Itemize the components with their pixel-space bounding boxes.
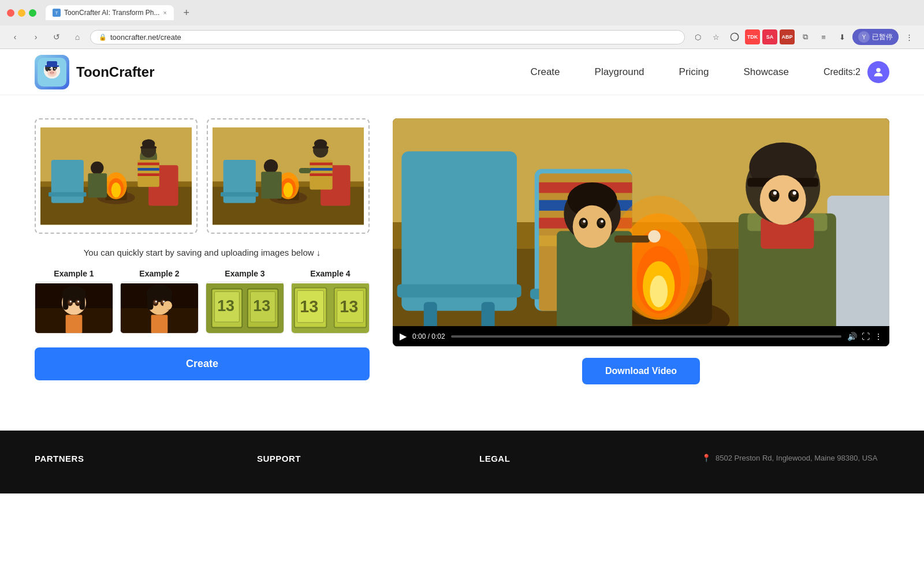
- tok-extension-icon[interactable]: TDK: [745, 29, 760, 44]
- color-lens-icon[interactable]: [726, 29, 743, 45]
- footer-address-section: 📍 8502 Preston Rd, Inglewood, Maine 9838…: [702, 454, 889, 462]
- svg-rect-55: [310, 173, 332, 176]
- example-item-3[interactable]: Example 3 13 13: [206, 269, 284, 334]
- svg-point-8: [53, 68, 56, 70]
- example-row: Example 1: [35, 269, 370, 334]
- svg-point-136: [793, 191, 796, 195]
- svg-rect-56: [299, 168, 311, 173]
- upload-box-end[interactable]: [207, 118, 370, 234]
- example-item-4[interactable]: Example 4 13 13: [291, 269, 370, 334]
- download-icon[interactable]: ⬇: [834, 29, 850, 45]
- tab-favicon: T: [53, 9, 61, 17]
- svg-rect-31: [140, 147, 157, 149]
- upload-image-start: [40, 124, 192, 228]
- refresh-button[interactable]: ↺: [49, 29, 65, 45]
- translate-icon[interactable]: ⬡: [690, 29, 706, 45]
- svg-point-135: [773, 191, 777, 195]
- svg-point-130: [760, 175, 806, 225]
- video-progress-bar[interactable]: [451, 335, 841, 338]
- svg-text:13: 13: [217, 297, 234, 315]
- browser-toolbar: ‹ › ↺ ⌂ 🔒 tooncrafter.net/create ⬡ ☆ TDK…: [0, 25, 924, 48]
- volume-icon[interactable]: 🔊: [847, 332, 857, 341]
- cast-icon[interactable]: ≡: [815, 29, 832, 45]
- footer-partners-heading: Partners: [35, 454, 222, 463]
- tab-close-button[interactable]: ×: [163, 9, 166, 16]
- nav-playground[interactable]: Playground: [595, 66, 644, 78]
- fullscreen-icon[interactable]: ⛶: [862, 332, 870, 341]
- svg-rect-106: [482, 302, 495, 326]
- address-bar[interactable]: 🔒 tooncrafter.net/create: [90, 30, 685, 44]
- location-icon: 📍: [702, 454, 711, 462]
- footer-legal: Legal: [479, 454, 667, 470]
- logo-area[interactable]: ToonCrafter: [35, 55, 155, 89]
- footer-support-heading: SUPPORT: [257, 454, 445, 463]
- nav-pricing[interactable]: Pricing: [679, 66, 709, 78]
- main-nav: Create Playground Pricing Showcase: [531, 66, 789, 78]
- svg-point-16: [876, 68, 880, 72]
- site-footer: Partners SUPPORT Legal 📍 8502 Preston Rd…: [0, 431, 924, 493]
- svg-rect-58: [261, 172, 282, 199]
- nav-showcase[interactable]: Showcase: [744, 66, 789, 78]
- video-container: ▶ 0:00 / 0:02 🔊 ⛶ ⋮: [393, 118, 889, 346]
- logo-image: [35, 55, 69, 89]
- svg-text:13: 13: [300, 297, 318, 316]
- user-avatar-chrome: Y: [858, 31, 870, 43]
- play-button[interactable]: ▶: [400, 331, 407, 342]
- bookmark-icon[interactable]: ☆: [708, 29, 724, 45]
- svg-point-10: [54, 68, 55, 69]
- user-status-label: 已暂停: [872, 32, 893, 42]
- svg-rect-35: [137, 173, 159, 176]
- forward-button[interactable]: ›: [28, 29, 44, 45]
- browser-chrome: T ToonCrafter AI: Transform Ph... × + ‹ …: [0, 0, 924, 49]
- svg-point-148: [648, 230, 661, 243]
- example-item-2[interactable]: Example 2: [120, 269, 199, 334]
- svg-point-48: [284, 182, 293, 197]
- example-label-4: Example 4: [291, 269, 370, 278]
- site-name: ToonCrafter: [76, 64, 155, 80]
- example-thumb-1[interactable]: [35, 282, 113, 334]
- video-controls: ▶ 0:00 / 0:02 🔊 ⛶ ⋮: [393, 326, 889, 346]
- close-dot[interactable]: [7, 9, 14, 17]
- user-avatar[interactable]: [867, 61, 889, 83]
- home-button[interactable]: ⌂: [69, 29, 85, 45]
- tab-title: ToonCrafter AI: Transform Ph...: [64, 9, 159, 17]
- svg-rect-51: [312, 147, 329, 149]
- address-text: 8502 Preston Rd, Inglewood, Maine 98380,…: [716, 454, 877, 462]
- maximize-dot[interactable]: [29, 9, 36, 17]
- more-options-icon[interactable]: ⋮: [874, 332, 882, 341]
- svg-point-69: [70, 301, 72, 302]
- download-video-button[interactable]: Download Video: [582, 358, 700, 384]
- svg-rect-33: [137, 163, 159, 166]
- svg-rect-76: [147, 292, 154, 310]
- abp-extension-icon[interactable]: ABP: [780, 29, 795, 44]
- svg-rect-15: [45, 65, 59, 67]
- user-profile-badge[interactable]: Y 已暂停: [852, 29, 899, 45]
- svg-point-7: [49, 68, 51, 70]
- example-label-2: Example 2: [120, 269, 199, 278]
- example-thumb-3[interactable]: 13 13: [206, 282, 284, 334]
- svg-rect-34: [137, 168, 159, 171]
- svg-point-27: [111, 182, 121, 197]
- video-time-display: 0:00 / 0:02: [412, 332, 445, 341]
- browser-tab[interactable]: T ToonCrafter AI: Transform Ph... ×: [46, 5, 174, 20]
- svg-text:13: 13: [253, 297, 270, 315]
- sauce-extension-icon[interactable]: SA: [762, 29, 777, 44]
- left-panel: You can quickly start by saving and uplo…: [35, 118, 370, 380]
- create-button[interactable]: Create: [35, 347, 370, 380]
- upload-box-start[interactable]: [35, 118, 198, 234]
- minimize-dot[interactable]: [18, 9, 25, 17]
- nav-create[interactable]: Create: [531, 66, 560, 78]
- example-thumb-2[interactable]: [120, 282, 199, 334]
- svg-point-83: [163, 301, 165, 302]
- example-item-1[interactable]: Example 1: [35, 269, 113, 334]
- back-button[interactable]: ‹: [7, 29, 23, 45]
- svg-point-70: [77, 301, 79, 302]
- url-text: tooncrafter.net/create: [110, 33, 181, 42]
- example-thumb-4[interactable]: 13 13: [291, 282, 370, 334]
- upload-row: [35, 118, 370, 234]
- new-tab-button[interactable]: +: [178, 5, 195, 21]
- chrome-menu-icon[interactable]: ⋮: [901, 29, 917, 45]
- extensions-icon[interactable]: ⧉: [797, 29, 813, 45]
- toolbar-actions: ⬡ ☆ TDK SA ABP ⧉ ≡ ⬇ Y 已暂停: [690, 29, 917, 45]
- svg-rect-54: [310, 168, 332, 171]
